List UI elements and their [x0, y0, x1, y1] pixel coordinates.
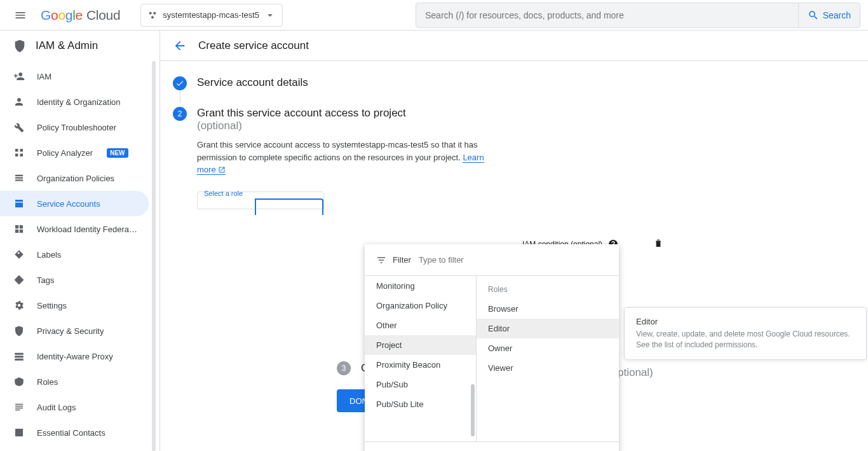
category-proximity-beacon[interactable]: Proximity Beacon [365, 355, 476, 375]
page-title: Create service account [198, 39, 309, 52]
filter-icon [376, 255, 386, 265]
sidebar-item-label: Identity-Aware Proxy [37, 352, 113, 361]
chevron-down-icon [264, 10, 276, 21]
sidebar-item-privacy-security[interactable]: Privacy & Security [0, 318, 149, 343]
sidebar-item-essential-contacts[interactable]: Essential Contacts [0, 420, 149, 445]
sidebar-item-identity-aware-proxy[interactable]: Identity-Aware Proxy [0, 343, 149, 369]
sidebar-item-roles[interactable]: Roles [0, 369, 149, 394]
dropdown-categories: MonitoringOrganization PolicyOtherProjec… [365, 276, 477, 441]
select-role-label: Select a role [204, 190, 243, 197]
step2-indicator: 2 [173, 107, 187, 121]
svg-point-0 [149, 11, 152, 14]
sidebar-header[interactable]: IAM & Admin [0, 31, 159, 61]
sidebar-item-organization-policies[interactable]: Organization Policies [0, 165, 149, 191]
sidebar-item-label: Identity & Organization [37, 97, 121, 107]
sidebar-item-service-accounts[interactable]: Service Accounts [0, 191, 149, 216]
category-project[interactable]: Project [365, 335, 476, 355]
tooltip-title: Editor [636, 317, 855, 326]
gear-icon [13, 300, 25, 311]
sidebar-item-iam[interactable]: IAM [0, 64, 149, 89]
sidebar-item-label: IAM [37, 72, 51, 81]
role-viewer[interactable]: Viewer [477, 358, 619, 378]
sidebar-item-labels[interactable]: Labels [0, 242, 149, 267]
trash-icon [653, 238, 663, 248]
badge-icon [13, 198, 25, 209]
category-other[interactable]: Other [365, 316, 476, 335]
sidebar-item-audit-logs[interactable]: Audit Logs [0, 394, 149, 420]
analyzer-icon [13, 147, 25, 158]
delete-role-button[interactable] [653, 238, 663, 250]
sidebar-item-label: Privacy & Security [37, 326, 104, 336]
project-picker[interactable]: systemtestapp-mcas-test5 [140, 4, 283, 27]
federation-icon [13, 223, 25, 235]
sidebar-item-label: Organization Policies [37, 174, 114, 183]
main-content: Create service account Service account d… [160, 31, 868, 451]
dropdown-roles-col: Roles BrowserEditorOwnerViewer [477, 276, 619, 441]
tooltip-body: View, create, update, and delete most Go… [636, 329, 855, 350]
new-badge: NEW [107, 148, 128, 158]
top-bar: Google Cloud systemtestapp-mcas-test5 Se… [0, 0, 868, 31]
sidebar-item-label: Settings [37, 301, 67, 310]
shield-icon [13, 325, 25, 337]
sidebar-item-identity-organization[interactable]: Identity & Organization [0, 89, 149, 114]
sidebar-item-workload-identity-federat-[interactable]: Workload Identity Federat… [0, 216, 149, 242]
search-bar: Search [416, 3, 860, 28]
category-pub-sub[interactable]: Pub/Sub [365, 375, 476, 394]
sidebar-item-policy-troubleshooter[interactable]: Policy Troubleshooter [0, 114, 149, 140]
sidebar-item-label: Essential Contacts [37, 428, 105, 438]
list-icon [13, 172, 25, 184]
role-owner[interactable]: Owner [477, 338, 619, 358]
sidebar-item-label: Policy Analyzer [37, 148, 93, 158]
svg-point-2 [151, 16, 154, 18]
wrench-icon [13, 121, 25, 133]
step1-title: Service account details [197, 76, 308, 103]
search-input[interactable] [416, 10, 798, 20]
tag2-icon [13, 274, 25, 286]
category-pub-sub-lite[interactable]: Pub/Sub Lite [365, 394, 476, 414]
svg-point-1 [154, 11, 156, 14]
category-organization-policy[interactable]: Organization Policy [365, 296, 476, 316]
logo-cloud-text: Cloud [86, 8, 120, 23]
google-cloud-logo[interactable]: Google Cloud [41, 8, 120, 23]
menu-icon [14, 9, 27, 22]
sidebar-title: IAM & Admin [36, 39, 98, 52]
sidebar-scrollbar[interactable] [152, 61, 156, 451]
check-icon [175, 79, 184, 88]
back-arrow-button[interactable] [173, 39, 187, 53]
step2-optional: (optional) [197, 120, 855, 132]
sidebar-item-label: Roles [37, 377, 58, 387]
roles-header: Roles [477, 276, 619, 299]
role-tooltip: Editor View, create, update, and delete … [624, 307, 867, 360]
dropdown-scrollbar[interactable] [471, 384, 475, 436]
hamburger-menu-button[interactable] [8, 3, 33, 28]
external-link-icon [218, 166, 226, 174]
sidebar-item-label: Labels [37, 250, 61, 260]
dropdown-filter-row: Filter [365, 244, 619, 276]
role-browser[interactable]: Browser [477, 299, 619, 319]
step3-indicator: 3 [337, 361, 351, 375]
category-monitoring[interactable]: Monitoring [365, 276, 476, 296]
roles-icon [13, 376, 25, 387]
role-dropdown: Filter MonitoringOrganization PolicyOthe… [365, 244, 619, 451]
sidebar-item-tags[interactable]: Tags [0, 267, 149, 293]
person-icon [13, 96, 25, 108]
sidebar-item-label: Tags [37, 275, 54, 285]
search-button[interactable]: Search [798, 3, 860, 27]
role-editor[interactable]: Editor [477, 319, 619, 338]
project-icon [147, 10, 158, 20]
user-plus-icon [13, 71, 25, 82]
step1-indicator[interactable] [173, 76, 187, 90]
tag-icon [13, 249, 25, 260]
page-header: Create service account [160, 31, 868, 61]
sidebar-item-label: Policy Troubleshooter [37, 123, 116, 132]
sidebar-item-policy-analyzer[interactable]: Policy AnalyzerNEW [0, 140, 149, 165]
sidebar-item-label: Audit Logs [37, 403, 76, 412]
contacts-icon [13, 427, 25, 438]
filter-input[interactable] [417, 254, 607, 265]
select-role-field[interactable]: Select a role [197, 191, 324, 209]
step2-description: Grant this service account access to sys… [197, 139, 502, 176]
shield-icon [13, 39, 27, 53]
step3-tail: ptional) [618, 366, 653, 379]
sidebar-item-settings[interactable]: Settings [0, 293, 149, 318]
filter-label: Filter [393, 255, 411, 265]
